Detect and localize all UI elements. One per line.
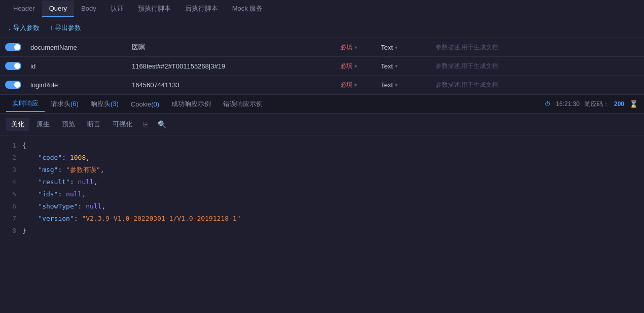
param-name-documentname: documentName: [26, 44, 128, 51]
chevron-down-icon: ▾: [395, 63, 398, 69]
toolbar: ↓ 导入参数 ↑ 导出参数: [0, 18, 644, 38]
table-row: id 1168test##2#T001155268|3#19 必填 ▾ Text…: [0, 57, 644, 76]
chevron-down-icon: ▾: [354, 82, 357, 88]
code-line-1: 1 {: [0, 140, 644, 152]
code-line-8: 8 }: [0, 225, 644, 237]
param-type-loginrole[interactable]: Text ▾: [381, 81, 432, 89]
clock-icon: ⏱: [545, 100, 551, 108]
param-required-id[interactable]: 必填 ▾: [340, 62, 381, 71]
fmt-visual[interactable]: 可视化: [108, 118, 137, 131]
tab-mock[interactable]: Mock 服务: [225, 0, 270, 18]
tab-success-example[interactable]: 成功响应示例: [165, 96, 217, 112]
param-required-documentname[interactable]: 必填 ▾: [340, 43, 381, 52]
tab-header[interactable]: Header: [6, 1, 42, 17]
fmt-raw[interactable]: 原生: [31, 118, 55, 131]
param-value-documentname[interactable]: 医嘱: [128, 43, 340, 52]
tab-post-script[interactable]: 后执行脚本: [178, 0, 225, 18]
status-label: 响应码：: [585, 100, 609, 109]
hourglass-icon: ⌛: [629, 100, 638, 108]
tab-response-headers[interactable]: 响应头(3): [85, 96, 125, 112]
param-name-id: id: [26, 62, 128, 70]
param-type-documentname[interactable]: Text ▾: [381, 44, 432, 51]
params-table: documentName 医嘱 必填 ▾ Text ▾ 参数描述,用于生成文档 …: [0, 38, 644, 94]
code-line-5: 5 "ids": null,: [0, 188, 644, 200]
toggle-loginrole[interactable]: [0, 81, 26, 89]
toggle-documentname[interactable]: [0, 43, 26, 51]
toggle-id[interactable]: [0, 62, 26, 70]
fmt-assert[interactable]: 断言: [82, 118, 105, 131]
chevron-down-icon: ▾: [395, 82, 398, 88]
chevron-down-icon: ▾: [395, 45, 398, 50]
format-bar: 美化 原生 预览 断言 可视化 ⎘ 🔍: [0, 114, 644, 135]
chevron-down-icon: ▾: [354, 45, 357, 50]
tab-pre-script[interactable]: 预执行脚本: [131, 0, 178, 18]
table-row: loginRole 1645607441133 必填 ▾ Text ▾ 参数描述…: [0, 76, 644, 94]
copy-icon[interactable]: ⎘: [139, 118, 152, 130]
param-desc-id[interactable]: 参数描述,用于生成文档: [432, 62, 644, 71]
tab-cookie[interactable]: Cookie(0): [125, 97, 165, 111]
param-required-loginrole[interactable]: 必填 ▾: [340, 81, 381, 89]
param-value-loginrole[interactable]: 1645607441133: [128, 81, 340, 89]
status-code: 200: [614, 100, 624, 108]
param-type-id[interactable]: Text ▾: [381, 62, 432, 70]
code-view: 1 { 2 "code": 1008, 3 "msg": "参数有误", 4 "…: [0, 135, 644, 241]
code-line-2: 2 "code": 1008,: [0, 152, 644, 164]
code-line-3: 3 "msg": "参数有误",: [0, 164, 644, 176]
tab-query[interactable]: Query: [42, 1, 74, 17]
tab-auth[interactable]: 认证: [103, 0, 131, 18]
response-time: 16:21:30: [556, 100, 580, 108]
param-desc-loginrole[interactable]: 参数描述,用于生成文档: [432, 81, 644, 89]
code-line-7: 7 "version": "V2.3.9-V1.0-20220301-1/V1.…: [0, 213, 644, 225]
search-icon[interactable]: 🔍: [154, 118, 170, 130]
import-params-button[interactable]: ↓ 导入参数: [8, 23, 40, 32]
tab-bar: Header Query Body 认证 预执行脚本 后执行脚本 Mock 服务: [0, 0, 644, 18]
fmt-beautify[interactable]: 美化: [6, 118, 29, 131]
export-params-button[interactable]: ↑ 导出参数: [50, 23, 81, 32]
tab-realtime-response[interactable]: 实时响应: [6, 96, 45, 112]
param-desc-documentname[interactable]: 参数描述,用于生成文档: [432, 43, 644, 52]
code-line-4: 4 "result": null,: [0, 176, 644, 188]
tab-request-headers[interactable]: 请求头(6): [45, 96, 85, 112]
tab-body[interactable]: Body: [74, 1, 103, 17]
param-value-id[interactable]: 1168test##2#T001155268|3#19: [128, 62, 340, 70]
response-meta: ⏱ 16:21:30 响应码： 200 ⌛: [545, 100, 638, 109]
code-line-6: 6 "showType": null,: [0, 200, 644, 213]
chevron-down-icon: ▾: [354, 63, 357, 69]
response-tab-bar: 实时响应 请求头(6) 响应头(3) Cookie(0) 成功响应示例 错误响应…: [0, 94, 644, 114]
table-row: documentName 医嘱 必填 ▾ Text ▾ 参数描述,用于生成文档: [0, 38, 644, 57]
param-name-loginrole: loginRole: [26, 81, 128, 89]
tab-error-example[interactable]: 错误响应示例: [217, 96, 269, 112]
fmt-preview[interactable]: 预览: [57, 118, 80, 131]
